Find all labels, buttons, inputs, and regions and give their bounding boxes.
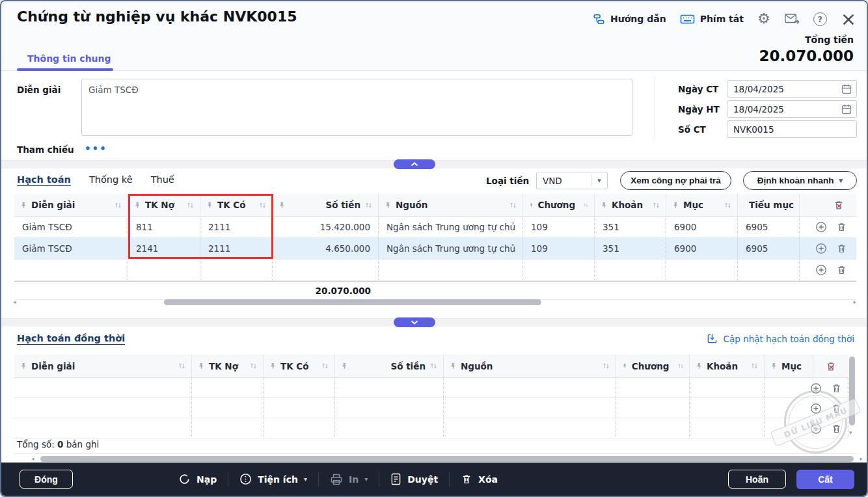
add-row-icon[interactable]: [815, 264, 827, 276]
add-row-icon[interactable]: [810, 383, 822, 394]
cell-so-tien[interactable]: 4.650.000: [273, 238, 379, 260]
cell-empty[interactable]: [335, 418, 444, 438]
close-voucher-button[interactable]: Đóng: [20, 470, 73, 489]
cell-chuong[interactable]: 109: [523, 238, 595, 260]
col-header-muc[interactable]: Mục: [666, 194, 738, 216]
quick-entry-button[interactable]: Định khoản nhanh ▾: [743, 171, 857, 190]
ngay-ct-input[interactable]: [727, 80, 857, 98]
scroll-right-icon[interactable]: ▸: [860, 455, 863, 462]
cell-empty[interactable]: [14, 378, 192, 398]
col-header-nguon[interactable]: Nguồn: [444, 355, 616, 377]
cell-empty[interactable]: [264, 398, 335, 418]
cell-empty[interactable]: [616, 398, 690, 418]
cell-chuong[interactable]: 109: [523, 217, 595, 238]
collapse-up-button[interactable]: [394, 159, 435, 169]
update-simultaneous-link[interactable]: Cập nhật hạch toán đồng thời: [707, 333, 854, 344]
scroll-left-icon[interactable]: ◂: [13, 299, 16, 305]
cell-empty[interactable]: [444, 398, 616, 418]
cell-empty[interactable]: [192, 378, 264, 398]
cell-empty[interactable]: [523, 260, 595, 281]
cell-empty[interactable]: [690, 378, 765, 398]
close-button[interactable]: ×: [841, 12, 856, 26]
view-debt-button[interactable]: Xem công nợ phải trả: [620, 171, 731, 190]
ngay-ht-input[interactable]: [727, 100, 857, 118]
cell-tk-no[interactable]: 811: [128, 217, 200, 238]
delete-row-icon[interactable]: [836, 243, 847, 254]
cell-empty[interactable]: [192, 398, 264, 418]
so-ct-input[interactable]: [727, 120, 857, 138]
cell-nguon[interactable]: Ngân sách Trung ương tự chủ: [379, 238, 523, 260]
cell-empty[interactable]: [14, 418, 192, 438]
guide-button[interactable]: Hướng dẫn: [593, 13, 666, 25]
cell-empty[interactable]: [14, 398, 192, 418]
col-header-muc[interactable]: Mục: [765, 355, 813, 377]
cell-so-tien[interactable]: 15.420.000: [273, 217, 379, 238]
help-button[interactable]: ?: [813, 12, 827, 26]
collapse-down-button[interactable]: [394, 317, 435, 327]
cell-empty[interactable]: [444, 378, 616, 398]
add-row-icon[interactable]: [815, 221, 827, 233]
cell-empty[interactable]: [264, 378, 335, 398]
add-row-icon[interactable]: [815, 243, 827, 254]
delete-row-icon[interactable]: [836, 221, 847, 233]
scroll-down-icon[interactable]: ▾: [849, 429, 852, 436]
col-header-chuong[interactable]: Chương: [523, 194, 595, 216]
cell-empty[interactable]: [666, 260, 738, 281]
delete-row-icon[interactable]: [831, 403, 842, 414]
tab-thong-tin-chung[interactable]: Thông tin chung: [27, 53, 111, 64]
cell-dien-giai[interactable]: Giảm TSCĐ: [14, 217, 128, 238]
col-header-chuong[interactable]: Chương: [616, 355, 690, 377]
cell-empty[interactable]: [738, 260, 800, 281]
cell-tk-co[interactable]: 2111: [200, 238, 273, 260]
cell-tieu-muc[interactable]: 6905: [738, 217, 800, 238]
col-header-dien-giai[interactable]: Diễn giải: [14, 355, 192, 377]
delete-column-icon[interactable]: ×: [833, 199, 845, 211]
add-row-icon[interactable]: [810, 423, 822, 435]
utilities-button[interactable]: Tiện ích ▾: [239, 473, 307, 485]
tab-thue[interactable]: Thuế: [151, 174, 174, 185]
approve-button[interactable]: Duyệt: [390, 473, 438, 485]
delete-button[interactable]: Xóa: [461, 473, 498, 485]
cell-empty[interactable]: [690, 398, 765, 418]
cell-empty[interactable]: [128, 260, 200, 281]
cell-empty[interactable]: [690, 418, 765, 438]
scroll-thumb[interactable]: [40, 456, 854, 462]
cell-empty[interactable]: [765, 418, 813, 438]
reload-button[interactable]: Nạp: [178, 473, 217, 485]
col-header-khoan[interactable]: Khoản: [595, 194, 666, 216]
cell-empty[interactable]: [264, 418, 335, 438]
cell-dien-giai[interactable]: Giảm TSCĐ: [14, 238, 128, 260]
cell-empty[interactable]: [379, 260, 523, 281]
postpone-button[interactable]: Hoãn: [728, 470, 786, 489]
settings-button[interactable]: ⚙: [757, 12, 770, 26]
cell-muc[interactable]: 6900: [666, 217, 738, 238]
col-header-tk-no[interactable]: TK Nợ: [128, 194, 200, 216]
cell-tk-no[interactable]: 2141: [128, 238, 200, 260]
tham-chieu-more-button[interactable]: •••: [85, 143, 107, 155]
col-header-so-tien[interactable]: Số tiền: [273, 194, 379, 216]
table1-hscrollbar[interactable]: ◂ ▸: [10, 299, 858, 306]
col-header-tieu-muc[interactable]: Tiểu mục: [738, 194, 800, 216]
scroll-right-icon[interactable]: ▸: [853, 299, 856, 305]
col-header-dien-giai[interactable]: Diễn giải: [14, 194, 128, 216]
cell-tk-co[interactable]: 2111: [200, 217, 273, 238]
cell-empty[interactable]: [335, 398, 444, 418]
col-header-so-tien[interactable]: Số tiền: [335, 355, 444, 377]
cell-nguon[interactable]: Ngân sách Trung ương tự chủ: [379, 217, 523, 238]
scroll-thumb[interactable]: [849, 356, 855, 425]
tab-hach-toan[interactable]: Hạch toán: [17, 174, 71, 185]
col-header-nguon[interactable]: Nguồn: [379, 194, 523, 216]
delete-row-icon[interactable]: [836, 264, 847, 276]
tab-thong-ke[interactable]: Thống kê: [89, 174, 133, 185]
section2-title-link[interactable]: Hạch toán đồng thời: [17, 333, 125, 343]
cell-empty[interactable]: [14, 260, 128, 281]
dien-giai-textarea[interactable]: Giảm TSCĐ: [81, 79, 632, 136]
shortcut-button[interactable]: Phím tắt: [680, 14, 744, 25]
save-button[interactable]: Cất: [796, 470, 854, 489]
cell-empty[interactable]: [444, 418, 616, 438]
cell-khoan[interactable]: 351: [595, 217, 666, 238]
cell-empty[interactable]: [616, 378, 690, 398]
cell-empty[interactable]: [192, 418, 264, 438]
col-header-tk-co[interactable]: TK Có: [200, 194, 273, 216]
col-header-tk-co[interactable]: TK Có: [264, 355, 335, 377]
